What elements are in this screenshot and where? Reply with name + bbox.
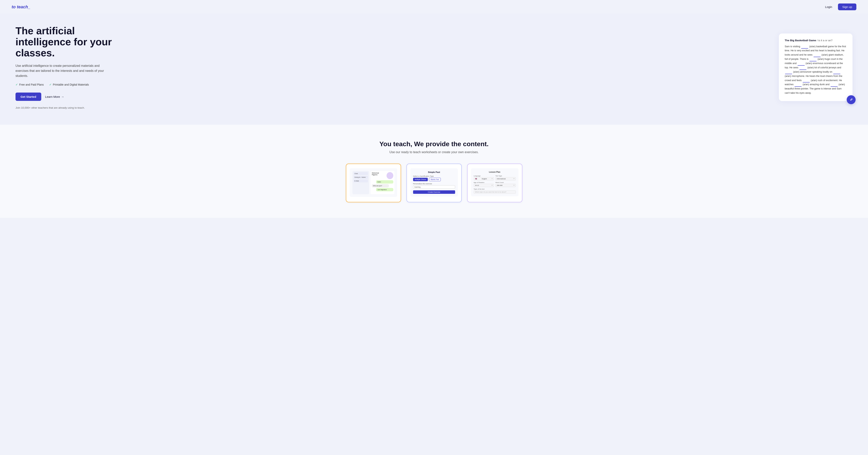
age-label: Age of Readers [474, 182, 494, 183]
topic-input[interactable]: Which topic do you want the text to be a… [474, 190, 516, 194]
blank-5 [799, 69, 806, 70]
flag-icon: 🇬🇧 [475, 178, 477, 180]
pencil-button[interactable] [847, 95, 856, 104]
check-label-2: Printable and Digital Materials [53, 83, 89, 86]
gamification-preview: Simple Past Select a Gamification Type M… [410, 168, 458, 197]
avatar-placeholder [386, 172, 393, 179]
hero-right: The Big Basketball Game / is it a or an?… [779, 33, 852, 101]
language-col: Language 🇬🇧 English ▾ [474, 175, 494, 181]
blank-10 [831, 86, 838, 87]
hero-subtitle: Use artificial intelligence to create pe… [16, 63, 108, 78]
gamification-type-label: Select a Gamification Type [413, 175, 455, 177]
hero-checks: ✓ Free and Paid Plans ✓ Printable and Di… [16, 83, 128, 86]
chat-bubble-3: I am Napoleon [376, 188, 393, 191]
lesson-preview: Lesson Plan Language 🇬🇧 English ▾ Text T… [471, 168, 519, 196]
preview-card-gamification: Simple Past Select a Gamification Type M… [406, 164, 462, 202]
check-icon-2: ✓ [49, 83, 52, 86]
lesson-row-1: Language 🇬🇧 English ▾ Text Type informat… [474, 175, 516, 181]
age-col: Age of Readers 10-12 ▾ [474, 182, 494, 187]
blank-6 [785, 74, 792, 74]
join-text: Join 10,000+ other teachers that are alr… [16, 106, 128, 109]
learn-more-label: Learn More [45, 95, 60, 98]
multiple-choice-btn[interactable]: Multiple Choice [413, 178, 428, 181]
blank-9 [795, 86, 802, 87]
personalize-label: Personalize the exercise [413, 183, 455, 185]
navbar: to teach_ Login Sign up [0, 0, 868, 14]
word-count-col: Word Count 200-300 ▾ [495, 182, 516, 187]
logo: to teach_ [11, 4, 30, 9]
hero-check-materials: ✓ Printable and Digital Materials [49, 83, 89, 86]
lesson-title: Lesson Plan [474, 171, 516, 173]
section2-title: You teach, We provide the content. [11, 140, 857, 148]
blank-8 [803, 82, 810, 83]
chat-bubble-2: Who are you? [372, 184, 389, 187]
gamification-title: Simple Past [413, 171, 455, 173]
chevron-down-icon-2: ▾ [514, 178, 515, 180]
preview-card-chat: Chat Going to - future E-Mail Historical… [346, 164, 401, 202]
chat-preview: Chat Going to - future E-Mail Historical… [350, 168, 397, 197]
chat-item-1: Chat [353, 172, 368, 175]
personalize-value: Gaming [414, 186, 421, 188]
preview-card-lesson: Lesson Plan Language 🇬🇧 English ▾ Text T… [467, 164, 522, 202]
section2-subtitle: Use our ready to teach worksheets or cre… [11, 151, 857, 154]
arrow-right-icon: → [61, 95, 64, 98]
chat-bubble-1: Hello! [376, 180, 393, 184]
text-type-value: informational [497, 178, 506, 180]
word-count-input: 200-300 ▾ [495, 184, 516, 187]
chat-area: Chat Going to - future E-Mail Historical… [352, 171, 395, 194]
chat-sidebar: Chat Going to - future E-Mail [352, 171, 369, 194]
chat-item-3: E-Mail [353, 180, 368, 183]
language-label: Language [474, 175, 494, 177]
language-value: English [482, 178, 487, 180]
hero-actions: Get Started Learn More → [16, 93, 128, 101]
login-button[interactable]: Login [822, 4, 835, 10]
preview-cards-row: Chat Going to - future E-Mail Historical… [11, 164, 857, 202]
age-input: 10-12 ▾ [474, 184, 494, 187]
personalize-field: Gaming [413, 185, 455, 189]
topic-placeholder: Which topic do you want the text to be a… [475, 191, 506, 193]
hero-section: The artificial intelligence for your cla… [0, 14, 868, 125]
age-value: 10-12 [475, 185, 479, 186]
get-started-button[interactable]: Get Started [16, 93, 41, 101]
hero-left: The artificial intelligence for your cla… [16, 25, 128, 109]
signup-button[interactable]: Sign up [838, 3, 857, 10]
card-title: The Big Basketball Game / is it a or an? [785, 39, 847, 42]
chat-main: Historical Figures Hello! Who are you? I… [371, 171, 394, 194]
hero-title: The artificial intelligence for your cla… [16, 25, 128, 59]
check-icon-1: ✓ [16, 83, 18, 86]
blank-2 [813, 57, 820, 57]
blank-1 [801, 48, 808, 48]
chevron-down-icon-3: ▾ [492, 185, 493, 186]
blank-7 [833, 74, 840, 74]
chevron-down-icon-4: ▾ [514, 185, 515, 186]
section2: You teach, We provide the content. Use o… [0, 125, 868, 218]
card-title-main: The Big Basketball Game [785, 39, 816, 42]
lesson-row-2: Age of Readers 10-12 ▾ Word Count 200-30… [474, 182, 516, 187]
learn-more-button[interactable]: Learn More → [45, 95, 64, 98]
word-count-label: Word Count [495, 182, 516, 183]
hero-card: The Big Basketball Game / is it a or an?… [779, 33, 852, 101]
chat-item-2: Going to - future [353, 176, 368, 179]
pencil-icon [849, 98, 853, 102]
blank-3 [809, 61, 816, 61]
create-exercise-btn[interactable]: Create Exercise [413, 190, 455, 194]
chevron-down-icon: ▾ [492, 178, 493, 180]
check-label-1: Free and Paid Plans [19, 83, 44, 86]
text-type-input: informational ▾ [495, 177, 516, 181]
blank-4 [798, 65, 805, 66]
language-input: 🇬🇧 English ▾ [474, 177, 494, 181]
card-text: Sam is visiting (a/an) basketball game f… [785, 44, 847, 95]
text-type-label: Text Type [495, 175, 516, 177]
gamification-btns: Multiple Choice Blanks Text [413, 178, 455, 181]
word-count-value: 200-300 [497, 185, 502, 186]
blanks-text-btn[interactable]: Blanks Text [429, 178, 441, 181]
nav-actions: Login Sign up [822, 3, 857, 10]
hero-check-plans: ✓ Free and Paid Plans [16, 83, 44, 86]
text-type-col: Text Type informational ▾ [495, 175, 516, 181]
card-title-sub: / is it a or an? [817, 39, 833, 42]
topic-label: Topic of the text [474, 188, 516, 190]
